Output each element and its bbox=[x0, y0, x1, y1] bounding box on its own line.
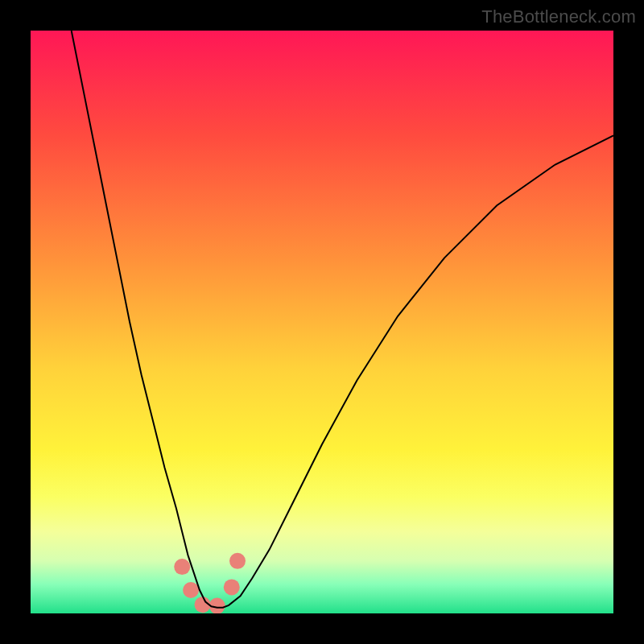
highlight-dot bbox=[174, 559, 190, 575]
highlight-dot bbox=[229, 553, 246, 569]
chart-svg bbox=[31, 31, 613, 613]
highlight-dot bbox=[224, 579, 240, 595]
gradient-background bbox=[31, 31, 613, 613]
highlight-dot bbox=[183, 582, 199, 598]
chart-frame: TheBottleneck.com bbox=[0, 0, 644, 644]
watermark-text: TheBottleneck.com bbox=[481, 6, 636, 27]
plot-area bbox=[31, 31, 613, 613]
